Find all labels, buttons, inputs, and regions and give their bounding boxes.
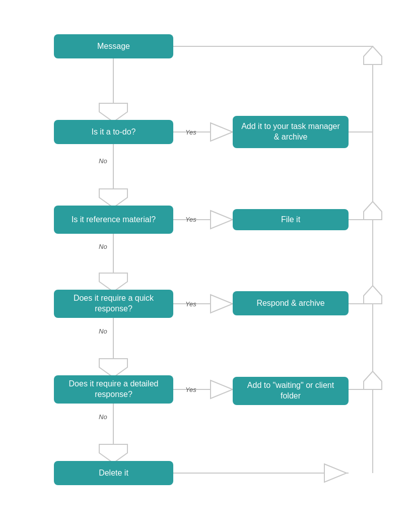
waiting-folder-box: Add to "waiting" or client folder [233,377,349,405]
svg-marker-17 [211,295,233,313]
file-it-box: File it [233,209,349,230]
no-label-quick: No [99,327,107,335]
no-label-todo: No [99,157,107,165]
svg-marker-31 [324,464,347,482]
message-box: Message [54,34,173,58]
svg-marker-23 [364,46,382,64]
detailedresponse-box: Does it require a detailed response? [54,375,173,404]
svg-marker-5 [99,189,127,208]
no-label-reference: No [99,243,107,250]
svg-marker-13 [211,123,233,141]
yes-label-quick: Yes [185,300,196,308]
svg-marker-3 [99,103,127,122]
svg-marker-15 [211,211,233,229]
todo-yes-box: Add it to your task manager & archive [233,116,349,148]
svg-marker-7 [99,273,127,292]
reference-box: Is it reference material? [54,206,173,234]
delete-box: Delete it [54,461,173,485]
svg-marker-29 [364,371,382,389]
flowchart-svg [0,0,411,532]
svg-marker-9 [99,359,127,377]
yes-label-detailed: Yes [185,386,196,393]
diagram-container: Message Is it a to-do? Add it to your ta… [0,0,411,532]
yes-label-reference: Yes [185,216,196,223]
svg-marker-11 [99,444,127,463]
yes-label-todo: Yes [185,128,196,136]
quickresponse-box: Does it require a quick response? [54,290,173,318]
svg-marker-25 [364,202,382,220]
no-label-detailed: No [99,413,107,421]
svg-marker-27 [364,286,382,304]
svg-marker-19 [211,380,233,398]
respond-archive-box: Respond & archive [233,291,349,315]
todo-box: Is it a to-do? [54,120,173,144]
